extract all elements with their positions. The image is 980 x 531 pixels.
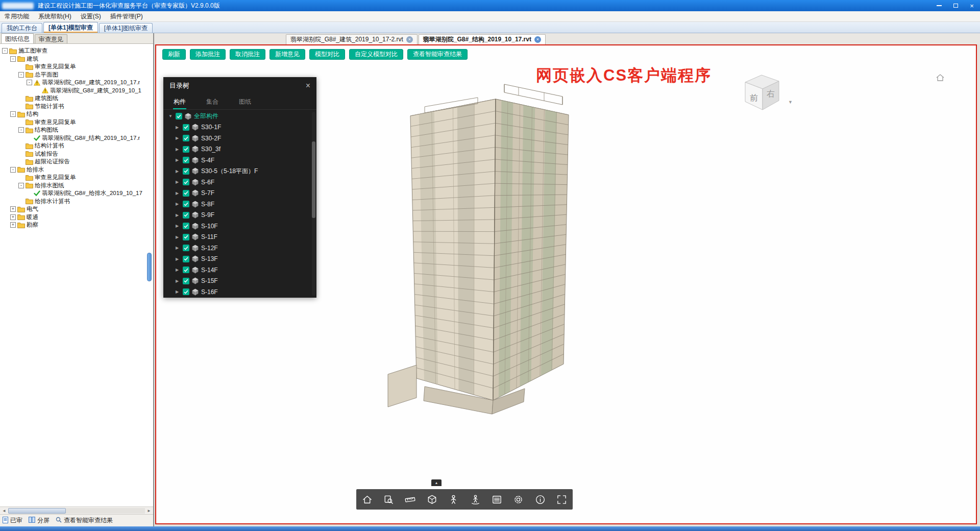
checkbox-checked-icon[interactable] <box>183 256 189 262</box>
component-item[interactable]: ▶S-8F <box>163 199 316 210</box>
tree-item[interactable]: 节能计算书 <box>0 103 153 111</box>
tree-item[interactable]: -总平面图 <box>0 71 153 79</box>
component-item[interactable]: ▶S30-2F <box>163 133 316 144</box>
component-item[interactable]: ▶S-6F <box>163 177 316 188</box>
new-comment-button[interactable]: 新增意见 <box>270 49 305 60</box>
checkbox-checked-icon[interactable] <box>183 179 189 185</box>
tree-item[interactable]: -结构 <box>0 110 153 118</box>
expand-arrow-icon[interactable]: ▼ <box>168 114 175 118</box>
expand-arrow-icon[interactable]: ▶ <box>176 289 182 294</box>
close-icon[interactable]: × <box>306 82 310 90</box>
tree-item[interactable]: 超限论证报告 <box>0 158 153 166</box>
tree-item[interactable]: -给排水 <box>0 166 153 174</box>
expand-arrow-icon[interactable]: ▶ <box>176 279 182 283</box>
scroll-track[interactable] <box>8 508 145 514</box>
tab-my-workbench[interactable]: 我的工作台 <box>2 23 42 33</box>
expand-arrow-icon[interactable]: ▶ <box>176 158 182 162</box>
expand-arrow-icon[interactable]: ▶ <box>176 257 182 261</box>
expand-arrow-icon[interactable]: ▶ <box>176 147 182 152</box>
cube-menu-caret[interactable]: ▼ <box>788 100 793 105</box>
minimize-button[interactable] <box>931 0 947 11</box>
home-view-button[interactable] <box>936 74 944 83</box>
checkbox-checked-icon[interactable] <box>176 113 182 119</box>
tab-drawing-info[interactable]: 图纸信息 <box>1 33 34 43</box>
document-tab[interactable]: 翡翠湖别院_G8#_建筑_2019_10_17-2.rvt× <box>286 34 418 44</box>
component-item[interactable]: ▶S-16F <box>163 286 316 298</box>
component-item[interactable]: ▶S-7F <box>163 188 316 199</box>
tab-sets[interactable]: 集合 <box>196 94 229 109</box>
component-item[interactable]: ▶S-15F <box>163 276 316 287</box>
panel-scrollbar-thumb[interactable] <box>312 141 315 218</box>
navigation-cube[interactable]: 前 右 <box>738 67 785 114</box>
expand-arrow-icon[interactable]: ▶ <box>176 169 182 174</box>
tab-components[interactable]: 构件 <box>163 94 196 109</box>
expand-arrow-icon[interactable]: ▶ <box>176 246 182 250</box>
tree-expander[interactable]: + <box>10 222 16 228</box>
tree-item[interactable]: 建筑图纸 <box>0 94 153 103</box>
tree-item[interactable]: -结构图纸 <box>0 126 153 134</box>
checkbox-checked-icon[interactable] <box>183 124 189 131</box>
checkbox-checked-icon[interactable] <box>183 245 189 251</box>
checkbox-checked-icon[interactable] <box>183 212 189 219</box>
component-list-icon[interactable] <box>491 493 503 505</box>
close-button[interactable]: × <box>964 0 980 11</box>
component-item[interactable]: ▶S-11F <box>163 232 316 243</box>
tree-item[interactable]: 翡翠湖别院_G8#_结构_2019_10_17.r <box>0 134 153 142</box>
roam-icon[interactable] <box>469 493 481 505</box>
menu-common-functions[interactable]: 常用功能 <box>0 11 34 22</box>
settings-icon[interactable] <box>512 493 525 505</box>
expand-arrow-icon[interactable]: ▶ <box>176 180 182 184</box>
tree-expander[interactable]: - <box>2 48 8 54</box>
viewpoint-icon[interactable] <box>383 493 395 505</box>
view-smart-review-results-button[interactable]: 查看智能审查结果 <box>407 49 468 60</box>
cancel-annotation-button[interactable]: 取消批注 <box>230 49 265 60</box>
expand-arrow-icon[interactable]: ▶ <box>176 202 182 206</box>
measure-icon[interactable] <box>404 493 416 505</box>
checkbox-checked-icon[interactable] <box>183 234 189 240</box>
add-annotation-button[interactable]: 添加批注 <box>190 49 226 60</box>
tree-expander[interactable]: - <box>18 72 24 78</box>
tree-expander[interactable]: - <box>10 56 16 62</box>
tree-item[interactable]: -建筑 <box>0 55 153 63</box>
maximize-button[interactable] <box>947 0 964 11</box>
checkbox-checked-icon[interactable] <box>183 168 189 175</box>
tree-expander[interactable]: + <box>10 214 16 220</box>
close-tab-icon[interactable]: × <box>534 36 541 43</box>
component-item[interactable]: ▶S30-5（5-18平面）F <box>163 166 316 177</box>
tree-item[interactable]: 结构计算书 <box>0 142 153 150</box>
tree-item[interactable]: -翡翠湖别院_G8#_建筑_2019_10_17.r <box>0 79 153 87</box>
scroll-left-arrow[interactable]: ◄ <box>1 509 7 513</box>
tree-expander[interactable]: - <box>18 183 24 188</box>
expand-arrow-icon[interactable]: ▶ <box>176 235 182 239</box>
toolbar-collapse-handle[interactable]: ▲ <box>431 479 442 486</box>
sidebar-horizontal-scrollbar[interactable]: ◄ ► <box>0 506 153 514</box>
footer-split-screen[interactable]: 分屏 <box>29 516 50 525</box>
tree-expander[interactable]: - <box>27 80 32 85</box>
tree-item[interactable]: -施工图审查 <box>0 47 153 55</box>
tree-item[interactable]: 试桩报告 <box>0 150 153 158</box>
tree-item[interactable]: 给排水计算书 <box>0 198 153 206</box>
checkbox-checked-icon[interactable] <box>183 201 189 207</box>
custom-model-compare-button[interactable]: 自定义模型对比 <box>349 49 403 60</box>
footer-reviewed[interactable]: 已审 <box>3 516 22 525</box>
component-item[interactable]: ▶S-4F <box>163 155 316 166</box>
tab-review-comments[interactable]: 审查意见 <box>35 34 67 43</box>
component-item[interactable]: ▶S-10F <box>163 221 316 232</box>
panel-header[interactable]: 目录树 × <box>163 77 316 94</box>
checkbox-checked-icon[interactable] <box>183 146 189 153</box>
tree-expander[interactable]: - <box>18 127 24 133</box>
tab-unit1-drawing-review[interactable]: [单体1]图纸审查 <box>99 23 153 33</box>
checkbox-checked-icon[interactable] <box>183 288 189 295</box>
component-item[interactable]: ▶S-14F <box>163 264 316 276</box>
model-viewer[interactable]: 刷新添加批注取消批注新增意见模型对比自定义模型对比查看智能审查结果 网页嵌入CS… <box>155 44 977 524</box>
refresh-button[interactable]: 刷新 <box>162 49 186 60</box>
checkbox-checked-icon[interactable] <box>183 278 189 284</box>
model-compare-button[interactable]: 模型对比 <box>309 49 345 60</box>
panel-scrollbar[interactable] <box>312 112 315 296</box>
tab-drawings[interactable]: 图纸 <box>229 94 261 109</box>
tree-item[interactable]: -给排水图纸 <box>0 182 153 190</box>
menu-settings[interactable]: 设置(S) <box>76 11 106 22</box>
footer-view-smart-results[interactable]: 查看智能审查结果 <box>56 516 113 525</box>
home-icon[interactable] <box>361 493 373 505</box>
checkbox-checked-icon[interactable] <box>183 190 189 197</box>
